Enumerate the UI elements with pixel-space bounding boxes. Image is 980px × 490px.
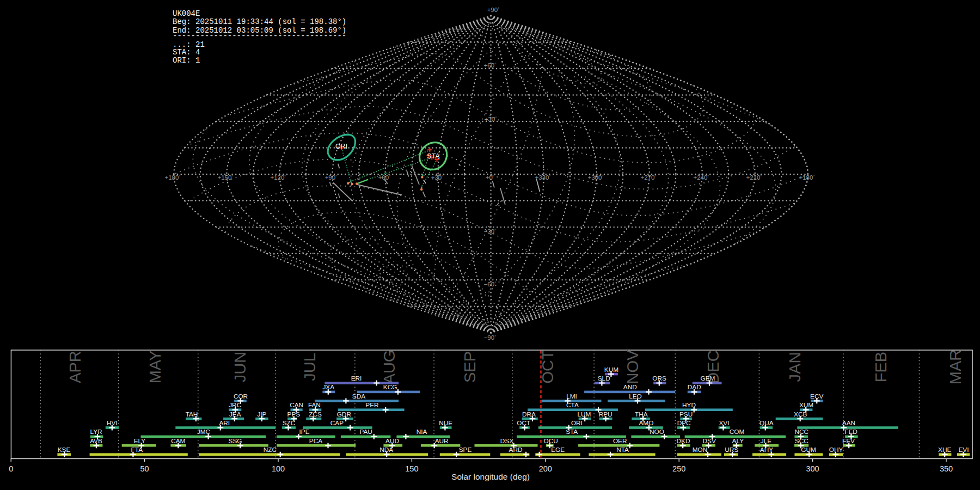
svg-text:HVI: HVI xyxy=(107,419,118,427)
svg-text:JRC: JRC xyxy=(229,401,241,409)
svg-text:ORI: ORI xyxy=(335,143,347,150)
svg-text:HYD: HYD xyxy=(682,401,696,409)
svg-text:FEB: FEB xyxy=(872,352,890,382)
svg-text:DSX: DSX xyxy=(500,437,513,445)
svg-text:KUM: KUM xyxy=(604,366,618,373)
svg-text:NCC: NCC xyxy=(794,428,808,436)
svg-text:NTA: NTA xyxy=(616,446,629,454)
svg-text:SLD: SLD xyxy=(598,375,610,382)
svg-text:JUN: JUN xyxy=(231,352,249,382)
svg-text:MAY: MAY xyxy=(146,351,164,384)
svg-text:SCC: SCC xyxy=(795,437,808,445)
svg-text:CTA: CTA xyxy=(566,401,579,409)
svg-text:XUM: XUM xyxy=(799,401,813,409)
svg-text:JMC: JMC xyxy=(197,428,211,436)
svg-text:DAD: DAD xyxy=(688,383,701,391)
svg-text:TAH: TAH xyxy=(186,411,198,418)
svg-text:ERI: ERI xyxy=(351,375,362,382)
svg-text:ARI: ARI xyxy=(219,419,230,427)
svg-text:+90°: +90° xyxy=(325,174,338,181)
svg-text:THA: THA xyxy=(635,411,648,418)
svg-text:GDR: GDR xyxy=(337,411,351,418)
svg-text:+120°: +120° xyxy=(270,174,286,181)
svg-text:NDA: NDA xyxy=(379,446,393,454)
svg-text:FTA: FTA xyxy=(131,446,143,454)
svg-text:KCG: KCG xyxy=(383,383,397,391)
svg-text:MON: MON xyxy=(693,446,708,454)
svg-text:DSV: DSV xyxy=(703,437,716,445)
svg-text:+300°: +300° xyxy=(587,174,603,181)
svg-text:+30°: +30° xyxy=(485,116,497,123)
svg-text:URS: URS xyxy=(725,446,738,454)
svg-text:ORS: ORS xyxy=(652,375,666,382)
svg-text:DPC: DPC xyxy=(677,419,691,427)
svg-text:0: 0 xyxy=(9,464,13,473)
svg-text:DRA: DRA xyxy=(522,411,536,418)
svg-text:...: 21: ...: 21 xyxy=(173,40,205,49)
svg-text:SSG: SSG xyxy=(229,437,242,445)
svg-text:ECV: ECV xyxy=(810,393,823,400)
svg-text:Solar longitude (deg): Solar longitude (deg) xyxy=(451,472,530,481)
svg-text:ZCS: ZCS xyxy=(309,411,322,418)
svg-text:+30°: +30° xyxy=(431,174,444,181)
svg-text:Beg: 20251011 19:33:44 (sol =: Beg: 20251011 19:33:44 (sol = 198.38°) xyxy=(173,17,346,26)
svg-text:KSE: KSE xyxy=(58,446,71,454)
svg-text:NOO: NOO xyxy=(650,428,664,436)
svg-text:XVI: XVI xyxy=(719,419,729,427)
svg-text:200: 200 xyxy=(539,464,552,473)
svg-text:FED: FED xyxy=(844,428,857,436)
svg-text:SEP: SEP xyxy=(461,351,479,383)
svg-text:UK004E: UK004E xyxy=(173,9,200,18)
svg-text:250: 250 xyxy=(672,464,685,473)
svg-text:NIA: NIA xyxy=(416,428,427,436)
svg-text:+90°: +90° xyxy=(487,7,500,14)
svg-text:+180°: +180° xyxy=(164,174,180,181)
svg-text:ORI: ORI xyxy=(571,419,583,427)
svg-text:STA: 4: STA: 4 xyxy=(173,48,200,57)
svg-text:PPS: PPS xyxy=(287,411,301,418)
svg-text:JEA: JEA xyxy=(229,411,241,418)
svg-text:LUM: LUM xyxy=(578,411,591,418)
svg-text:−60°: −60° xyxy=(484,281,497,288)
svg-text:JUL: JUL xyxy=(301,353,318,381)
svg-text:+180°: +180° xyxy=(799,174,814,181)
svg-text:EVI: EVI xyxy=(958,446,969,454)
svg-text:ELY: ELY xyxy=(134,437,146,445)
svg-text:SDA: SDA xyxy=(352,393,365,400)
svg-text:ORI: 1: ORI: 1 xyxy=(173,56,200,65)
svg-text:PAU: PAU xyxy=(359,428,372,436)
svg-text:IPE: IPE xyxy=(299,428,309,436)
svg-text:APR: APR xyxy=(66,351,84,383)
svg-text:GUM: GUM xyxy=(801,446,816,454)
svg-text:PSU: PSU xyxy=(679,411,693,418)
svg-text:CAN: CAN xyxy=(290,401,303,409)
svg-text:LMI: LMI xyxy=(566,393,577,400)
svg-text:XHE: XHE xyxy=(938,446,951,454)
svg-text:GEM: GEM xyxy=(701,375,715,382)
svg-text:JXA: JXA xyxy=(322,383,334,391)
svg-text:DKD: DKD xyxy=(677,437,690,445)
svg-text:+150°: +150° xyxy=(217,174,233,181)
svg-text:QUA: QUA xyxy=(759,419,774,427)
svg-text:OHY: OHY xyxy=(829,446,843,454)
svg-text:AUD: AUD xyxy=(385,437,399,445)
svg-text:FEV: FEV xyxy=(842,437,855,445)
svg-text:FAN: FAN xyxy=(308,401,321,409)
svg-text:AVB: AVB xyxy=(90,437,102,445)
svg-text:+210°: +210° xyxy=(746,174,762,181)
svg-text:RPU: RPU xyxy=(599,411,612,418)
svg-text:JLE: JLE xyxy=(761,437,771,445)
svg-text:MAR: MAR xyxy=(947,350,964,384)
svg-text:OCT: OCT xyxy=(539,350,556,384)
svg-text:JAN: JAN xyxy=(786,352,804,382)
svg-text:STA: STA xyxy=(566,428,578,436)
svg-text:PER: PER xyxy=(365,401,378,409)
svg-text:NZC: NZC xyxy=(264,446,277,454)
svg-text:+240°: +240° xyxy=(693,174,709,181)
svg-text:300: 300 xyxy=(806,464,819,473)
svg-text:150: 150 xyxy=(405,464,418,473)
svg-text:COR: COR xyxy=(234,393,248,400)
svg-text:------------------------------: -------------------------------------- xyxy=(173,32,346,40)
svg-text:AUG: AUG xyxy=(381,350,398,384)
svg-text:+270°: +270° xyxy=(640,174,656,181)
